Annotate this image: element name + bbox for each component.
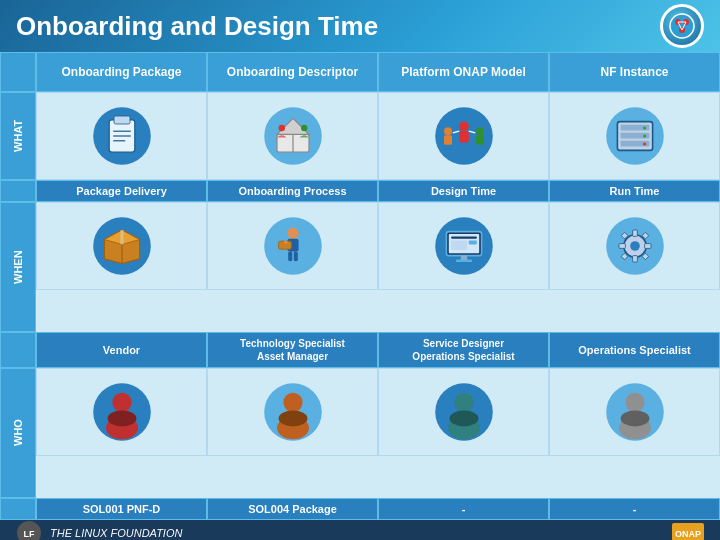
icon-cell-what-2 xyxy=(207,92,378,180)
svg-point-74 xyxy=(278,410,307,426)
header: Onboarding and Design Time xyxy=(0,0,720,52)
svg-rect-60 xyxy=(632,256,637,262)
svg-rect-47 xyxy=(293,252,297,262)
col-header-1: Onboarding Package xyxy=(36,52,207,92)
svg-point-78 xyxy=(449,410,478,426)
icon-cell-when-2 xyxy=(207,202,378,290)
svg-rect-52 xyxy=(451,240,467,250)
col-header-3: Platform ONAP Model xyxy=(378,52,549,92)
icon-cell-who-2 xyxy=(207,368,378,456)
sub-label-when-3: Service Designer Operations Specialist xyxy=(378,332,549,368)
sub-label-what-3: Design Time xyxy=(378,180,549,202)
onap-logo-icon: ONAP xyxy=(672,523,704,540)
corner-cell xyxy=(0,52,36,92)
icon-cell-when-1 xyxy=(36,202,207,290)
svg-point-17 xyxy=(278,125,284,131)
icon-cell-what-3 xyxy=(378,92,549,180)
row-label-when: WHEN xyxy=(0,202,36,332)
header-logo xyxy=(660,4,704,48)
icon-cell-who-3 xyxy=(378,368,549,456)
sub-label-who-3: - xyxy=(378,498,549,520)
svg-rect-25 xyxy=(476,135,484,145)
col-header-2: Onboarding Descriptor xyxy=(207,52,378,92)
footer-linux-section: LF THE LINUX FOUNDATION xyxy=(16,520,182,540)
svg-line-45 xyxy=(284,241,287,243)
row-label-what: WHAT xyxy=(0,92,36,180)
svg-point-34 xyxy=(643,134,646,137)
icon-cell-when-4 xyxy=(549,202,720,290)
sub-label-who-2: SOL004 Package xyxy=(207,498,378,520)
svg-marker-40 xyxy=(120,230,123,244)
sub-label-who-4: - xyxy=(549,498,720,520)
svg-rect-62 xyxy=(644,244,650,249)
svg-point-58 xyxy=(630,241,640,251)
col-header-4: NF Instance xyxy=(549,52,720,92)
svg-point-0 xyxy=(670,14,694,38)
svg-point-76 xyxy=(454,393,473,412)
sub-label-when-4: Operations Specialist xyxy=(549,332,720,368)
svg-point-35 xyxy=(643,142,646,145)
svg-rect-55 xyxy=(456,260,472,262)
svg-point-18 xyxy=(301,125,307,131)
row-label-who: WHO xyxy=(0,368,36,498)
svg-rect-61 xyxy=(619,244,625,249)
svg-rect-23 xyxy=(444,135,452,145)
icon-cell-what-4 xyxy=(549,92,720,180)
icon-cell-who-1 xyxy=(36,368,207,456)
footer-linux-text: THE LINUX FOUNDATION xyxy=(50,527,182,539)
svg-text:ONAP: ONAP xyxy=(675,529,701,539)
footer-onap-section: ONAP ONAP xyxy=(672,523,704,540)
svg-rect-51 xyxy=(451,236,477,238)
svg-point-24 xyxy=(476,127,484,135)
icon-cell-when-3 xyxy=(378,202,549,290)
footer: LF THE LINUX FOUNDATION ONAP ONAP xyxy=(0,520,720,540)
svg-point-72 xyxy=(283,393,302,412)
page-container: Onboarding and Design Time Onboarding Pa… xyxy=(0,0,720,540)
page-title: Onboarding and Design Time xyxy=(16,11,378,42)
svg-point-20 xyxy=(459,122,469,132)
sub-label-when-2: Technology Specialist Asset Manager xyxy=(207,332,378,368)
linux-foundation-logo: LF xyxy=(16,520,42,540)
svg-point-33 xyxy=(643,126,646,129)
svg-point-42 xyxy=(287,228,298,239)
icon-cell-who-4 xyxy=(549,368,720,456)
sub-label-when-1: Vendor xyxy=(36,332,207,368)
svg-rect-59 xyxy=(632,230,637,236)
sub-label-what-2: Onboarding Process xyxy=(207,180,378,202)
svg-rect-53 xyxy=(468,240,476,244)
svg-point-22 xyxy=(444,127,452,135)
svg-rect-46 xyxy=(288,252,292,262)
svg-rect-9 xyxy=(114,116,130,124)
sub-label-who-1: SOL001 PNF-D xyxy=(36,498,207,520)
svg-point-82 xyxy=(620,410,649,426)
svg-text:LF: LF xyxy=(24,529,35,539)
svg-rect-21 xyxy=(459,131,469,142)
icon-cell-what-1 xyxy=(36,92,207,180)
svg-point-68 xyxy=(112,393,131,412)
sub-label-what-1: Package Delivery xyxy=(36,180,207,202)
svg-point-80 xyxy=(625,393,644,412)
sub-label-what-4: Run Time xyxy=(549,180,720,202)
svg-point-70 xyxy=(107,410,136,426)
